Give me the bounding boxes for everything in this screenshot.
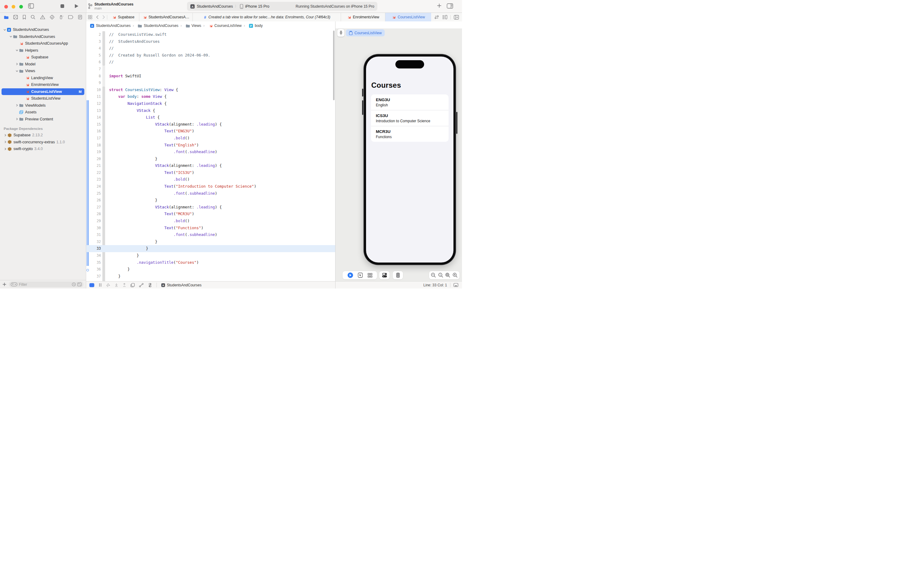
device-select-button[interactable] [396,272,400,278]
code-line[interactable]: 4// [86,45,335,52]
course-row-eng3u[interactable]: ENG3UEnglish [371,94,449,110]
navigator-tab-bookmarks-icon[interactable] [22,15,26,19]
code-line[interactable]: 23 .bold() [86,176,335,183]
code-line[interactable]: 35 .navigationTitle("Courses") [86,259,335,266]
minimize-window-button[interactable] [11,5,15,8]
code-line[interactable]: 17 .bold() [86,135,335,142]
code-line[interactable]: 9 [86,79,335,87]
code-editor[interactable]: 2// CoursesListView.swift3// StudentsAnd… [86,30,335,281]
variants-grid-button[interactable] [368,273,372,278]
code-line[interactable]: 28 Text("MCR3U") [86,211,335,218]
line-number[interactable]: 22 [86,169,101,176]
code-line[interactable]: 33 } [86,245,335,252]
jump-marker-icon[interactable] [106,283,110,287]
run-button[interactable] [74,4,79,8]
package-item-swift-concurrency-extras[interactable]: swift-concurrency-extras1.1.0 [0,139,86,146]
line-number[interactable]: 15 [86,121,101,128]
line-number[interactable]: 35 [86,259,101,266]
line-number[interactable]: 14 [86,114,101,121]
tab-studentsandcoursesapp[interactable]: StudentsAndCoursesApp [139,13,193,21]
line-number[interactable]: 5 [86,52,101,59]
line-number[interactable]: 34 [86,252,101,259]
code-line[interactable]: 29 .bold() [86,218,335,225]
back-button[interactable] [94,13,101,21]
memory-layout-icon[interactable] [148,283,152,287]
zoom-fit-button[interactable] [445,272,451,278]
code-line[interactable]: 15 VStack(alignment: .leading) { [86,121,335,128]
tab-supabase[interactable]: Supabase [107,13,139,21]
code-line[interactable]: 11 var body: some View { [86,93,335,100]
active-project-indicator[interactable]: A StudentsAndCourses [161,283,201,287]
line-number[interactable]: 13 [86,107,101,114]
code-line[interactable]: 19 .font(.subheadline) [86,148,335,156]
course-row-mcr3u[interactable]: MCR3UFunctions [371,126,449,142]
filter-input[interactable]: Filter [9,282,84,287]
line-number[interactable]: 29 [86,218,101,225]
pull-down-icon[interactable] [114,283,118,287]
disclosure-chevron[interactable] [4,148,7,150]
disclosure-chevron[interactable] [9,35,12,38]
line-number[interactable]: 26 [86,197,101,204]
code-line[interactable]: 26 } [86,197,335,204]
close-window-button[interactable] [4,5,8,8]
pull-up-icon[interactable] [122,283,126,287]
editor-options-icon[interactable] [442,15,448,19]
add-editor-icon[interactable] [454,15,459,19]
line-number[interactable]: 24 [86,183,101,190]
line-number[interactable]: 37 [86,273,101,280]
course-row-ics3u[interactable]: ICS3UIntroduction to Computer Science [371,110,449,126]
canvas-toggle-icon[interactable] [89,283,94,287]
sidebar-item-landingview[interactable]: LandingView [0,74,86,82]
line-number[interactable]: 7 [86,66,101,73]
editor-scrollbar[interactable] [333,31,335,100]
line-number[interactable]: 3 [86,38,101,45]
disclosure-chevron[interactable] [3,28,6,31]
code-line[interactable]: 13 VStack { [86,107,335,114]
navigator-tab-changes-icon[interactable] [13,15,18,19]
code-line[interactable]: 37 } [86,273,335,280]
line-number[interactable]: 36 [86,266,101,273]
sidebar-item-studentsandcoursesapp[interactable]: StudentsAndCoursesApp [0,40,86,47]
line-number[interactable]: 8 [86,73,101,80]
code-line[interactable]: 16 Text("ENG3U") [86,128,335,135]
disclosure-chevron[interactable] [15,70,18,73]
source-control-summary[interactable]: StudentsAndCourses main [88,2,134,10]
sidebar-item-studentslistview[interactable]: StudentsListView [0,95,86,102]
line-number[interactable]: 10 [86,87,101,93]
code-line[interactable]: 20 } [86,156,335,163]
add-file-button[interactable] [2,282,6,286]
line-number[interactable]: 28 [86,211,101,218]
tab-enrolmentsview[interactable]: EnrolmentsView [341,13,385,21]
add-button[interactable] [437,3,442,8]
line-number[interactable]: 12 [86,100,101,107]
breadcrumb-studentsandcourses[interactable]: AStudentsAndCourses [90,24,130,28]
disclosure-chevron[interactable] [15,104,18,106]
tab-created-a-tab-view-to-allow-for-selec-he[interactable]: #Created a tab view to allow for selec…h… [193,13,341,21]
preview-target-pill[interactable]: CoursesListView [346,29,385,36]
line-number[interactable]: 18 [86,142,101,149]
line-number[interactable]: 16 [86,128,101,135]
breadcrumb-courseslistview[interactable]: CoursesListView [201,24,242,28]
zoom-window-button[interactable] [19,5,23,8]
inspector-toggle-icon[interactable] [447,3,453,8]
code-line[interactable]: 5// Created by Russell Gordon on 2024-06… [86,52,335,59]
display-icon[interactable] [454,283,458,287]
breadcrumb-views[interactable]: Views [179,24,201,28]
line-number[interactable]: 6 [86,59,101,66]
tab-courseslistview[interactable]: CoursesListView [385,13,431,21]
pin-preview-button[interactable] [337,29,344,37]
code-line[interactable]: 27 VStack(alignment: .leading) { [86,204,335,211]
sidebar-item-preview-content[interactable]: Preview Content [0,116,86,123]
line-number[interactable]: 9 [86,79,101,87]
line-number[interactable]: 4 [86,45,101,52]
zoom-out-button[interactable] [431,272,436,278]
line-number[interactable]: 19 [86,148,101,156]
source-control-filter-icon[interactable] [77,282,82,286]
code-structure-icon[interactable] [139,283,143,287]
navigator-tab-debug-icon[interactable] [59,15,64,19]
disclosure-chevron[interactable] [15,49,18,52]
code-line[interactable]: 6// [86,59,335,66]
line-number[interactable]: 25 [86,190,101,197]
navigator-tab-breakpoints-icon[interactable] [68,15,74,19]
code-line[interactable]: 21 VStack(alignment: .leading) { [86,162,335,169]
